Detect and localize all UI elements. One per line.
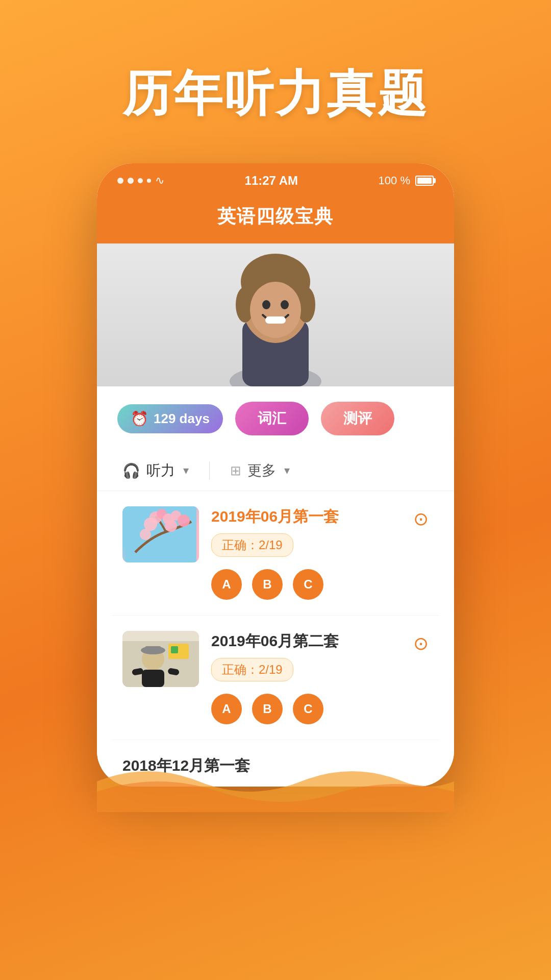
wifi-icon: ∿ [155, 174, 164, 187]
days-label: 129 days [154, 411, 210, 427]
svg-point-7 [262, 300, 270, 309]
folder-icon: ⊞ [230, 463, 241, 479]
svg-rect-26 [142, 670, 164, 687]
svg-point-6 [250, 282, 301, 338]
content-area: 2019年06月第一套 正确：2/19 A B C ⊙ [97, 491, 454, 787]
item-score-1: 正确：2/19 [211, 533, 293, 557]
vocab-label: 词汇 [258, 410, 286, 426]
circle-btn-b-1[interactable]: B [252, 569, 283, 600]
filter-row: 🎧 听力 ▾ ⊞ 更多 ▾ [97, 451, 454, 491]
list-item-2: 2019年06月第二套 正确：2/19 A B C ⊙ [112, 616, 439, 740]
filter-listening[interactable]: 🎧 听力 ▾ [122, 461, 189, 480]
chevron-more-icon: ▾ [284, 464, 290, 477]
circle-btn-b-2[interactable]: B [252, 694, 283, 724]
signal-dot-1 [117, 178, 123, 184]
item-title-1: 2019年06月第一套 [211, 506, 401, 527]
tag-days[interactable]: ⏰ 129 days [117, 404, 223, 433]
battery-icon [415, 176, 434, 186]
item-content-1: 2019年06月第一套 正确：2/19 A B C [211, 506, 401, 600]
item-right-1: ⊙ [413, 506, 429, 530]
chevron-down-icon: ▾ [183, 464, 189, 477]
item-thumbnail-2 [122, 631, 199, 687]
battery-indicator: 100 % [379, 174, 434, 187]
tag-eval[interactable]: 测评 [321, 402, 394, 435]
circle-btn-c-2[interactable]: C [293, 694, 323, 724]
signal-indicators: ∿ [117, 174, 164, 187]
expand-btn-2[interactable]: ⊙ [413, 633, 429, 654]
signal-dot-3 [138, 178, 143, 183]
svg-point-8 [281, 300, 289, 309]
wave-decoration [97, 761, 454, 812]
item-score-2: 正确：2/19 [211, 658, 293, 681]
page-title: 历年听力真题 [0, 0, 551, 128]
item-thumbnail-1 [122, 506, 199, 562]
expand-btn-1[interactable]: ⊙ [413, 508, 429, 530]
svg-rect-25 [145, 646, 161, 652]
phone-frame: ∿ 11:27 AM 100 % 英语四级宝典 [97, 163, 454, 787]
app-header: 英语四级宝典 [97, 194, 454, 243]
svg-rect-22 [171, 646, 178, 653]
phone-mockup: ∿ 11:27 AM 100 % 英语四级宝典 [97, 163, 454, 812]
eval-label: 测评 [343, 410, 372, 426]
wave-svg [97, 761, 454, 812]
filter-more[interactable]: ⊞ 更多 ▾ [230, 461, 290, 480]
person-thumb [122, 631, 199, 687]
tag-row: ⏰ 129 days 词汇 测评 [97, 386, 454, 451]
signal-dot-2 [128, 178, 134, 184]
svg-point-17 [140, 529, 151, 540]
status-bar: ∿ 11:27 AM 100 % [97, 163, 454, 194]
cherry-blossom-thumb [122, 506, 199, 562]
person-figure [97, 243, 454, 386]
battery-percent: 100 % [379, 174, 410, 187]
svg-point-16 [178, 514, 190, 527]
battery-fill [417, 178, 432, 184]
status-time: 11:27 AM [245, 174, 298, 188]
filter-divider [209, 461, 210, 480]
svg-point-18 [165, 520, 177, 532]
svg-rect-9 [265, 316, 286, 324]
circle-btn-c-1[interactable]: C [293, 569, 323, 600]
item-content-2: 2019年06月第二套 正确：2/19 A B C [211, 631, 401, 724]
clock-icon: ⏰ [131, 410, 148, 427]
circle-btn-a-1[interactable]: A [211, 569, 242, 600]
person-svg [209, 249, 342, 386]
more-label: 更多 [247, 461, 276, 480]
signal-dot-4 [147, 179, 151, 183]
item-title-2: 2019年06月第二套 [211, 631, 401, 652]
circle-btn-a-2[interactable]: A [211, 694, 242, 724]
circle-buttons-1: A B C [211, 569, 401, 600]
list-item: 2019年06月第一套 正确：2/19 A B C ⊙ [112, 491, 439, 616]
app-title: 英语四级宝典 [97, 204, 454, 229]
tag-vocab[interactable]: 词汇 [235, 402, 309, 435]
circle-buttons-2: A B C [211, 694, 401, 724]
hero-image [97, 243, 454, 386]
headphone-icon: 🎧 [122, 462, 140, 479]
item-right-2: ⊙ [413, 631, 429, 654]
filter-listening-label: 听力 [146, 461, 175, 480]
